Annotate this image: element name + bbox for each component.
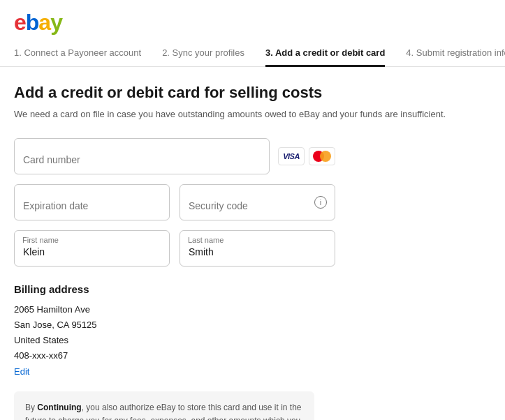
billing-line3: United States xyxy=(14,333,491,348)
expiry-security-row: i xyxy=(14,184,335,220)
name-row: First name Last name xyxy=(14,230,335,267)
security-wrapper: i xyxy=(180,184,335,220)
mc-right-circle xyxy=(320,151,331,162)
last-name-input[interactable] xyxy=(180,230,335,267)
security-input[interactable] xyxy=(180,184,335,220)
step-1[interactable]: 1. Connect a Payoneer account xyxy=(14,47,141,66)
billing-title: Billing address xyxy=(14,283,491,295)
header: ebay xyxy=(0,0,505,33)
main-content: Add a credit or debit card for selling c… xyxy=(0,67,505,420)
expiry-wrapper xyxy=(14,184,170,220)
page-title: Add a credit or debit card for selling c… xyxy=(14,84,491,102)
logo-b: b xyxy=(26,11,39,33)
card-icons: VISA xyxy=(278,147,335,165)
card-form: VISA i xyxy=(14,138,335,267)
edit-billing-link[interactable]: Edit xyxy=(14,366,29,377)
mastercard-icon xyxy=(309,147,335,165)
expiry-input[interactable] xyxy=(14,184,170,220)
card-number-row: VISA xyxy=(14,138,335,174)
page-subtitle: We need a card on file in case you have … xyxy=(14,107,491,121)
steps-nav: 1. Connect a Payoneer account 2. Sync yo… xyxy=(0,33,505,67)
billing-section: Billing address 2065 Hamilton Ave San Jo… xyxy=(14,283,491,377)
logo-e: e xyxy=(14,11,26,33)
step-4[interactable]: 4. Submit registration info xyxy=(406,47,505,66)
card-number-wrapper xyxy=(14,138,270,174)
last-name-wrapper: Last name xyxy=(180,230,335,267)
security-info-icon[interactable]: i xyxy=(314,196,327,209)
logo-y: y xyxy=(50,11,62,33)
billing-line1: 2065 Hamilton Ave xyxy=(14,302,491,317)
first-name-wrapper: First name xyxy=(14,230,170,267)
card-number-input[interactable] xyxy=(14,138,270,174)
notice-box: By Continuing, you also authorize eBay t… xyxy=(14,391,314,420)
logo-a: a xyxy=(38,11,50,33)
billing-line2: San Jose, CA 95125 xyxy=(14,317,491,333)
step-3[interactable]: 3. Add a credit or debit card xyxy=(265,47,385,66)
billing-line4: 408-xxx-xx67 xyxy=(14,348,491,363)
first-name-input[interactable] xyxy=(14,230,170,267)
ebay-logo: ebay xyxy=(14,11,491,33)
step-2[interactable]: 2. Sync your profiles xyxy=(162,47,244,66)
notice-bold: Continuing xyxy=(37,403,81,412)
visa-icon: VISA xyxy=(278,147,305,165)
